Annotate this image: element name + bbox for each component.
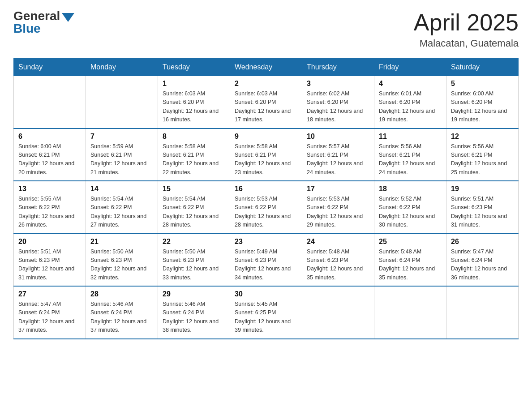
day-info: Sunrise: 5:51 AMSunset: 6:23 PMDaylight:… <box>18 248 81 283</box>
day-number: 15 <box>163 185 225 193</box>
weekday-header-monday: Monday <box>86 59 158 76</box>
day-info: Sunrise: 5:45 AMSunset: 6:25 PMDaylight:… <box>235 300 297 335</box>
weekday-header-saturday: Saturday <box>446 59 519 76</box>
calendar-cell: 6Sunrise: 6:00 AMSunset: 6:21 PMDaylight… <box>14 128 86 181</box>
day-info: Sunrise: 6:03 AMSunset: 6:20 PMDaylight:… <box>235 90 297 124</box>
calendar-week-2: 6Sunrise: 6:00 AMSunset: 6:21 PMDaylight… <box>14 128 519 181</box>
day-number: 27 <box>18 290 81 298</box>
day-number: 13 <box>18 185 81 193</box>
calendar-cell: 20Sunrise: 5:51 AMSunset: 6:23 PMDayligh… <box>14 234 86 287</box>
weekday-header-wednesday: Wednesday <box>230 59 302 76</box>
logo-arrow-icon <box>62 13 74 22</box>
calendar-cell: 1Sunrise: 6:03 AMSunset: 6:20 PMDaylight… <box>158 76 230 128</box>
day-number: 20 <box>18 238 81 246</box>
day-number: 16 <box>235 185 297 193</box>
day-number: 25 <box>379 238 442 246</box>
day-info: Sunrise: 5:47 AMSunset: 6:24 PMDaylight:… <box>451 248 514 283</box>
day-info: Sunrise: 5:55 AMSunset: 6:22 PMDaylight:… <box>18 195 81 230</box>
calendar-cell: 30Sunrise: 5:45 AMSunset: 6:25 PMDayligh… <box>230 286 302 339</box>
day-number: 18 <box>379 185 442 193</box>
calendar-cell: 27Sunrise: 5:47 AMSunset: 6:24 PMDayligh… <box>14 286 86 339</box>
day-number: 6 <box>18 133 81 141</box>
day-info: Sunrise: 5:48 AMSunset: 6:23 PMDaylight:… <box>307 248 369 283</box>
day-number: 10 <box>307 133 369 141</box>
calendar-cell: 4Sunrise: 6:01 AMSunset: 6:20 PMDaylight… <box>374 76 446 128</box>
day-info: Sunrise: 6:00 AMSunset: 6:20 PMDaylight:… <box>451 90 514 124</box>
day-info: Sunrise: 5:46 AMSunset: 6:24 PMDaylight:… <box>90 300 153 335</box>
day-number: 5 <box>451 80 514 88</box>
day-number: 29 <box>163 290 225 298</box>
calendar-cell: 22Sunrise: 5:50 AMSunset: 6:23 PMDayligh… <box>158 234 230 287</box>
calendar-cell: 7Sunrise: 5:59 AMSunset: 6:21 PMDaylight… <box>86 128 158 181</box>
day-number: 23 <box>235 238 297 246</box>
calendar-cell: 13Sunrise: 5:55 AMSunset: 6:22 PMDayligh… <box>14 181 86 234</box>
calendar-cell: 29Sunrise: 5:46 AMSunset: 6:24 PMDayligh… <box>158 286 230 339</box>
calendar-cell <box>374 286 446 339</box>
day-number: 3 <box>307 80 369 88</box>
day-info: Sunrise: 5:58 AMSunset: 6:21 PMDaylight:… <box>235 142 297 177</box>
day-info: Sunrise: 5:54 AMSunset: 6:22 PMDaylight:… <box>163 195 225 230</box>
calendar-week-1: 1Sunrise: 6:03 AMSunset: 6:20 PMDaylight… <box>14 76 519 128</box>
day-info: Sunrise: 5:50 AMSunset: 6:23 PMDaylight:… <box>90 248 153 283</box>
calendar-title: April 2025 <box>414 9 519 36</box>
day-number: 12 <box>451 133 514 141</box>
calendar-cell <box>302 286 374 339</box>
day-info: Sunrise: 5:53 AMSunset: 6:22 PMDaylight:… <box>235 195 297 230</box>
day-info: Sunrise: 5:46 AMSunset: 6:24 PMDaylight:… <box>163 300 225 335</box>
day-number: 14 <box>90 185 153 193</box>
day-info: Sunrise: 5:51 AMSunset: 6:23 PMDaylight:… <box>451 195 514 230</box>
day-info: Sunrise: 5:56 AMSunset: 6:21 PMDaylight:… <box>451 142 514 177</box>
day-number: 28 <box>90 290 153 298</box>
calendar-cell: 10Sunrise: 5:57 AMSunset: 6:21 PMDayligh… <box>302 128 374 181</box>
calendar-cell: 21Sunrise: 5:50 AMSunset: 6:23 PMDayligh… <box>86 234 158 287</box>
day-number: 30 <box>235 290 297 298</box>
calendar-cell <box>446 286 519 339</box>
calendar-cell: 24Sunrise: 5:48 AMSunset: 6:23 PMDayligh… <box>302 234 374 287</box>
calendar-cell: 5Sunrise: 6:00 AMSunset: 6:20 PMDaylight… <box>446 76 519 128</box>
day-number: 7 <box>90 133 153 141</box>
calendar-cell: 14Sunrise: 5:54 AMSunset: 6:22 PMDayligh… <box>86 181 158 234</box>
calendar-cell: 8Sunrise: 5:58 AMSunset: 6:21 PMDaylight… <box>158 128 230 181</box>
calendar-week-5: 27Sunrise: 5:47 AMSunset: 6:24 PMDayligh… <box>14 286 519 339</box>
title-block: April 2025 Malacatan, Guatemala <box>414 9 519 49</box>
day-info: Sunrise: 5:49 AMSunset: 6:23 PMDaylight:… <box>235 248 297 283</box>
calendar-cell: 17Sunrise: 5:53 AMSunset: 6:22 PMDayligh… <box>302 181 374 234</box>
calendar-cell <box>86 76 158 128</box>
day-info: Sunrise: 6:01 AMSunset: 6:20 PMDaylight:… <box>379 90 442 124</box>
calendar-cell <box>14 76 86 128</box>
day-info: Sunrise: 5:47 AMSunset: 6:24 PMDaylight:… <box>18 300 81 335</box>
day-number: 1 <box>163 80 225 88</box>
day-info: Sunrise: 5:54 AMSunset: 6:22 PMDaylight:… <box>90 195 153 230</box>
day-number: 17 <box>307 185 369 193</box>
day-number: 2 <box>235 80 297 88</box>
day-info: Sunrise: 5:52 AMSunset: 6:22 PMDaylight:… <box>379 195 442 230</box>
calendar-table: SundayMondayTuesdayWednesdayThursdayFrid… <box>13 58 519 339</box>
day-number: 11 <box>379 133 442 141</box>
day-info: Sunrise: 5:50 AMSunset: 6:23 PMDaylight:… <box>163 248 225 283</box>
day-info: Sunrise: 6:03 AMSunset: 6:20 PMDaylight:… <box>163 90 225 124</box>
day-number: 9 <box>235 133 297 141</box>
logo-blue-text: Blue <box>13 21 41 36</box>
weekday-header-sunday: Sunday <box>14 59 86 76</box>
day-info: Sunrise: 5:48 AMSunset: 6:24 PMDaylight:… <box>379 248 442 283</box>
calendar-week-3: 13Sunrise: 5:55 AMSunset: 6:22 PMDayligh… <box>14 181 519 234</box>
day-info: Sunrise: 5:53 AMSunset: 6:22 PMDaylight:… <box>307 195 369 230</box>
weekday-header-friday: Friday <box>374 59 446 76</box>
calendar-location: Malacatan, Guatemala <box>414 38 519 49</box>
calendar-cell: 15Sunrise: 5:54 AMSunset: 6:22 PMDayligh… <box>158 181 230 234</box>
calendar-cell: 12Sunrise: 5:56 AMSunset: 6:21 PMDayligh… <box>446 128 519 181</box>
calendar-cell: 11Sunrise: 5:56 AMSunset: 6:21 PMDayligh… <box>374 128 446 181</box>
day-info: Sunrise: 6:00 AMSunset: 6:21 PMDaylight:… <box>18 142 81 177</box>
calendar-cell: 18Sunrise: 5:52 AMSunset: 6:22 PMDayligh… <box>374 181 446 234</box>
day-number: 26 <box>451 238 514 246</box>
calendar-cell: 26Sunrise: 5:47 AMSunset: 6:24 PMDayligh… <box>446 234 519 287</box>
page-header: General Blue April 2025 Malacatan, Guate… <box>13 9 519 49</box>
day-info: Sunrise: 5:59 AMSunset: 6:21 PMDaylight:… <box>90 142 153 177</box>
day-number: 4 <box>379 80 442 88</box>
logo: General Blue <box>13 9 74 36</box>
weekday-header-tuesday: Tuesday <box>158 59 230 76</box>
day-info: Sunrise: 5:56 AMSunset: 6:21 PMDaylight:… <box>379 142 442 177</box>
day-info: Sunrise: 6:02 AMSunset: 6:20 PMDaylight:… <box>307 90 369 124</box>
calendar-cell: 16Sunrise: 5:53 AMSunset: 6:22 PMDayligh… <box>230 181 302 234</box>
day-number: 22 <box>163 238 225 246</box>
